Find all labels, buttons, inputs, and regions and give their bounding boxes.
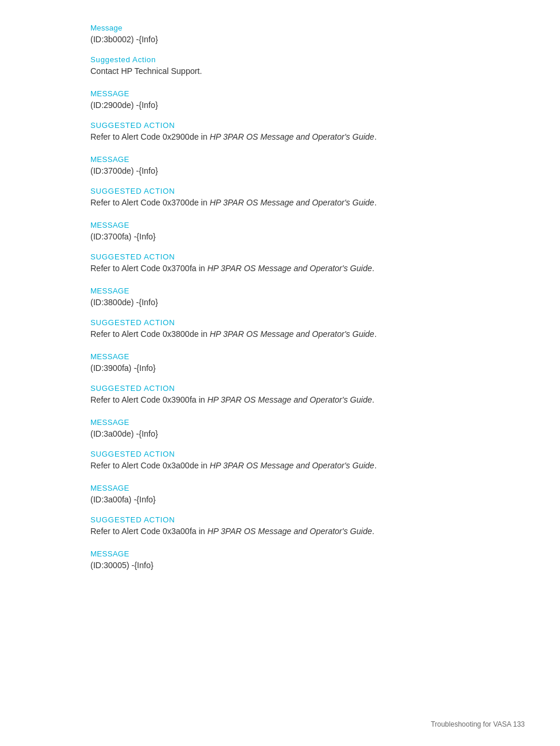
suggested-section-4: SUGGESTED ACTION Refer to Alert Code 0x3…: [90, 252, 470, 275]
message-label-1: Message: [90, 23, 470, 32]
message-section-1: Message (ID:3b0002) -{Info}: [90, 23, 470, 46]
entry-9: MESSAGE (ID:30005) -{Info}: [90, 549, 470, 572]
message-section-4: MESSAGE (ID:3700fa) -{Info}: [90, 221, 470, 243]
message-section-3: MESSAGE (ID:3700de) -{Info}: [90, 155, 470, 177]
suggested-label-3: SUGGESTED ACTION: [90, 187, 470, 195]
suggested-label-4: SUGGESTED ACTION: [90, 252, 470, 261]
suggested-label-1: Suggested Action: [90, 55, 470, 64]
suggested-body-4: Refer to Alert Code 0x3700fa in HP 3PAR …: [90, 262, 470, 275]
suggested-body-1: Contact HP Technical Support.: [90, 65, 470, 77]
suggested-label-2: SUGGESTED ACTION: [90, 121, 470, 130]
page-footer: Troubleshooting for VASA 133: [431, 720, 525, 728]
message-label-7: MESSAGE: [90, 418, 470, 427]
message-label-6: MESSAGE: [90, 352, 470, 361]
suggested-label-8: SUGGESTED ACTION: [90, 515, 470, 524]
message-body-1: (ID:3b0002) -{Info}: [90, 33, 470, 46]
message-label-5: MESSAGE: [90, 286, 470, 295]
message-label-2: MESSAGE: [90, 89, 470, 98]
suggested-label-6: SUGGESTED ACTION: [90, 384, 470, 393]
message-section-9: MESSAGE (ID:30005) -{Info}: [90, 549, 470, 572]
message-body-5: (ID:3800de) -{Info}: [90, 296, 470, 309]
entry-2: MESSAGE (ID:2900de) -{Info} SUGGESTED AC…: [90, 89, 470, 143]
message-body-7: (ID:3a00de) -{Info}: [90, 428, 470, 440]
suggested-body-6: Refer to Alert Code 0x3900fa in HP 3PAR …: [90, 394, 470, 406]
message-label-8: MESSAGE: [90, 484, 470, 492]
message-body-2: (ID:2900de) -{Info}: [90, 99, 470, 112]
suggested-body-2: Refer to Alert Code 0x2900de in HP 3PAR …: [90, 131, 470, 143]
message-label-9: MESSAGE: [90, 549, 470, 558]
suggested-body-3: Refer to Alert Code 0x3700de in HP 3PAR …: [90, 197, 470, 209]
message-section-6: MESSAGE (ID:3900fa) -{Info}: [90, 352, 470, 374]
message-label-3: MESSAGE: [90, 155, 470, 164]
suggested-label-7: SUGGESTED ACTION: [90, 450, 470, 458]
message-section-5: MESSAGE (ID:3800de) -{Info}: [90, 286, 470, 309]
entry-1: Message (ID:3b0002) -{Info} Suggested Ac…: [90, 23, 470, 77]
suggested-section-2: SUGGESTED ACTION Refer to Alert Code 0x2…: [90, 121, 470, 143]
footer-text: Troubleshooting for VASA 133: [431, 720, 525, 728]
entry-4: MESSAGE (ID:3700fa) -{Info} SUGGESTED AC…: [90, 221, 470, 275]
entry-8: MESSAGE (ID:3a00fa) -{Info} SUGGESTED AC…: [90, 484, 470, 538]
suggested-body-5: Refer to Alert Code 0x3800de in HP 3PAR …: [90, 328, 470, 340]
suggested-body-8: Refer to Alert Code 0x3a00fa in HP 3PAR …: [90, 525, 470, 538]
suggested-section-8: SUGGESTED ACTION Refer to Alert Code 0x3…: [90, 515, 470, 538]
message-body-4: (ID:3700fa) -{Info}: [90, 231, 470, 243]
message-body-9: (ID:30005) -{Info}: [90, 559, 470, 572]
entry-7: MESSAGE (ID:3a00de) -{Info} SUGGESTED AC…: [90, 418, 470, 472]
suggested-section-6: SUGGESTED ACTION Refer to Alert Code 0x3…: [90, 384, 470, 406]
message-label-4: MESSAGE: [90, 221, 470, 229]
entry-6: MESSAGE (ID:3900fa) -{Info} SUGGESTED AC…: [90, 352, 470, 406]
message-body-3: (ID:3700de) -{Info}: [90, 165, 470, 177]
message-section-8: MESSAGE (ID:3a00fa) -{Info}: [90, 484, 470, 506]
message-section-2: MESSAGE (ID:2900de) -{Info}: [90, 89, 470, 112]
entry-3: MESSAGE (ID:3700de) -{Info} SUGGESTED AC…: [90, 155, 470, 209]
page-content: Message (ID:3b0002) -{Info} Suggested Ac…: [0, 0, 560, 630]
suggested-section-5: SUGGESTED ACTION Refer to Alert Code 0x3…: [90, 318, 470, 340]
entry-5: MESSAGE (ID:3800de) -{Info} SUGGESTED AC…: [90, 286, 470, 340]
suggested-section-7: SUGGESTED ACTION Refer to Alert Code 0x3…: [90, 450, 470, 472]
message-section-7: MESSAGE (ID:3a00de) -{Info}: [90, 418, 470, 440]
suggested-section-1: Suggested Action Contact HP Technical Su…: [90, 55, 470, 77]
suggested-section-3: SUGGESTED ACTION Refer to Alert Code 0x3…: [90, 187, 470, 209]
message-body-8: (ID:3a00fa) -{Info}: [90, 494, 470, 506]
suggested-label-5: SUGGESTED ACTION: [90, 318, 470, 327]
suggested-body-7: Refer to Alert Code 0x3a00de in HP 3PAR …: [90, 460, 470, 472]
message-body-6: (ID:3900fa) -{Info}: [90, 362, 470, 374]
